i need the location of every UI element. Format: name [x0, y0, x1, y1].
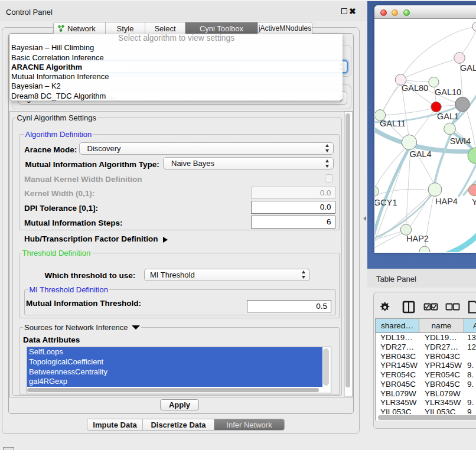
svg-text:GAL4: GAL4: [409, 149, 431, 159]
svg-text:GAL1: GAL1: [437, 112, 459, 121]
svg-text:GAL10: GAL10: [435, 87, 461, 97]
svg-text:HAP4: HAP4: [435, 197, 458, 206]
svg-text:GAL11: GAL11: [380, 119, 406, 128]
svg-text:GAL7: GAL7: [460, 63, 476, 73]
svg-text:HAP2: HAP2: [406, 234, 429, 243]
svg-text:GCY1: GCY1: [375, 198, 397, 207]
svg-text:SWI4: SWI4: [450, 136, 471, 146]
svg-text:YER: YER: [472, 197, 476, 207]
svg-text:GAL80: GAL80: [402, 83, 428, 93]
